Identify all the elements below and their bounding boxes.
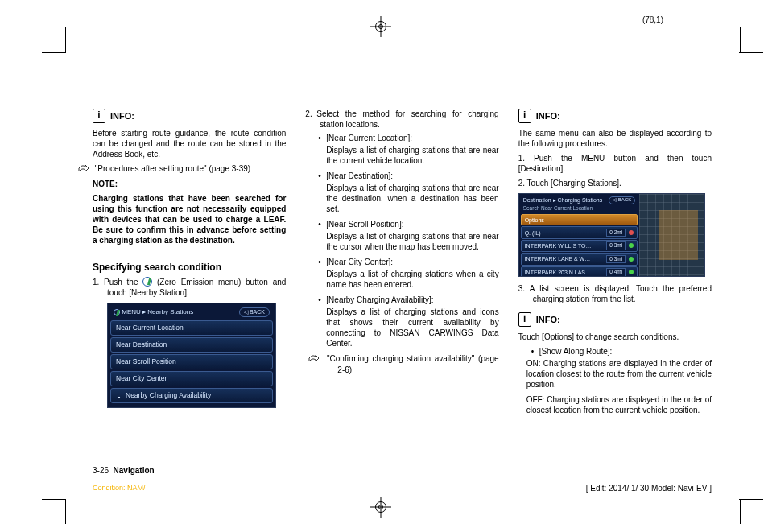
info-block: i INFO: (93, 109, 286, 123)
xref-text: "Confirming charging station availabilit… (327, 354, 499, 374)
status-dot-icon (629, 230, 634, 235)
crop-mark (739, 52, 763, 53)
step-number: 2. (305, 109, 316, 119)
option-item: [Show Along Route]: (531, 346, 712, 357)
column-1: i INFO: Before starting route guidance, … (93, 109, 286, 460)
info-block: i INFO: (518, 109, 712, 123)
note-body: Charging stations that have been searche… (93, 193, 286, 245)
dest-subtitle: Search Near Current Location (521, 205, 638, 213)
dest-row: INTERPARK WILLIS TO…0.3mi (521, 240, 638, 252)
option-item: [Near Current Location]: (318, 133, 498, 143)
option-item: [Near Destination]: (318, 171, 498, 181)
option-desc: Displays a list of charging stations and… (305, 307, 498, 348)
footer-page: 3-26 (93, 466, 109, 475)
dest-title: Destination ▸ Charging Stations (523, 196, 603, 204)
option-item: [Near City Center]: (318, 257, 498, 267)
dest-row: Q. (IL)0.2mi (521, 226, 638, 238)
xref-text: "Procedures after setting route" (page 3… (95, 164, 250, 173)
step1-pre: Push the (104, 278, 142, 287)
page-marker: (78,1) (642, 14, 663, 25)
crop-mark (42, 52, 66, 53)
status-dot-icon (629, 243, 634, 248)
option-desc: Displays a list of charging stations whe… (305, 269, 498, 290)
page-content: i INFO: Before starting route guidance, … (93, 109, 712, 460)
footer-page-section: 3-26 Navigation (93, 465, 155, 476)
menu-row: Near City Center (110, 371, 273, 386)
footer-condition: Condition: NAM/ (93, 484, 146, 493)
menu-row: Near Scroll Position (110, 354, 273, 369)
step3-text: A list screen is displayed. Touch the pr… (530, 284, 712, 303)
info-icon: i (93, 109, 105, 123)
back-button: ◁ BACK (239, 307, 270, 316)
menu-screenshot: MENU ▸ Nearby Stations ◁ BACK Near Curre… (107, 303, 276, 407)
info-p2: 1. Push the MENU button and then touch [… (518, 153, 712, 174)
status-dot-icon (629, 270, 634, 274)
dest-row: INTERPARK 203 N LAS…0.4mi (521, 266, 638, 277)
cross-reference: "Procedures after setting route" (page 3… (93, 163, 286, 175)
menu-row: Near Current Location (110, 320, 273, 336)
column-2: 2.Select the method for searching for ch… (305, 109, 498, 460)
info-p1: The same menu can also be displayed acco… (518, 128, 712, 149)
footer-edit-info: [ Edit: 2014/ 1/ 30 Model: Navi-EV ] (586, 483, 712, 493)
info-label: INFO: (110, 110, 134, 122)
option-item: [Near Scroll Position]: (318, 219, 498, 229)
info-label: INFO: (536, 314, 560, 325)
info-label: INFO: (536, 110, 560, 122)
step-number: 3. (518, 283, 530, 294)
dest-map-preview (639, 194, 704, 276)
crop-mark (65, 27, 66, 52)
section-heading: Specifying search condition (93, 262, 286, 274)
destination-screenshot: Destination ▸ Charging Stations ◁ BACK S… (518, 193, 705, 277)
crop-mark (42, 499, 66, 500)
menu-row: Nearby Charging Availability (110, 388, 273, 403)
footer-section: Navigation (114, 466, 155, 475)
info-icon: i (518, 109, 531, 123)
info-body: Before starting route guidance, the rout… (93, 128, 286, 159)
dest-list-panel: Destination ▸ Charging Stations ◁ BACK S… (519, 194, 640, 276)
menu-title: MENU ▸ Nearby Stations (114, 308, 193, 316)
crop-mark (740, 27, 741, 52)
note-label: NOTE: (93, 179, 286, 189)
crop-mark (740, 500, 741, 524)
step-number: 1. (93, 277, 104, 287)
info2-body: Touch [Options] to change search conditi… (518, 332, 712, 342)
option-desc: Displays a list of charging stations tha… (305, 183, 498, 214)
option-desc: Displays a list of charging stations tha… (305, 145, 498, 166)
step-2: 2.Select the method for searching for ch… (305, 109, 498, 130)
menu-row: Near Destination (110, 337, 273, 353)
info-block: i INFO: (518, 312, 712, 327)
info-icon: i (518, 312, 531, 327)
crop-mark (739, 499, 763, 500)
option-desc: Displays a list of charging stations tha… (305, 231, 498, 252)
zero-emission-icon (142, 277, 152, 287)
cross-reference: "Confirming charging station availabilit… (305, 353, 498, 375)
show-on-desc: ON: Charging stations are displayed in t… (518, 358, 712, 390)
show-off-desc: OFF: Charging stations are displayed in … (518, 394, 712, 415)
step-3: 3.A list screen is displayed. Touch the … (518, 283, 712, 304)
dest-row: INTERPARK LAKE & W…0.3mi (521, 253, 638, 265)
column-3: i INFO: The same menu can also be displa… (518, 109, 712, 460)
info-p3: 2. Touch [Charging Stations]. (518, 178, 712, 188)
option-item: [Nearby Charging Availability]: (318, 295, 498, 305)
back-button: ◁ BACK (609, 196, 635, 204)
crop-mark (65, 500, 66, 524)
status-dot-icon (629, 257, 634, 262)
dest-options-row: Options (521, 214, 638, 225)
step2-text: Select the method for searching for char… (316, 109, 498, 129)
step-1: 1.Push the (Zero Emission menu) button a… (93, 277, 286, 298)
registration-mark-icon (370, 16, 391, 37)
registration-mark-icon (370, 497, 391, 518)
menu-header: MENU ▸ Nearby Stations ◁ BACK (110, 306, 273, 318)
dest-header: Destination ▸ Charging Stations ◁ BACK (521, 196, 638, 205)
